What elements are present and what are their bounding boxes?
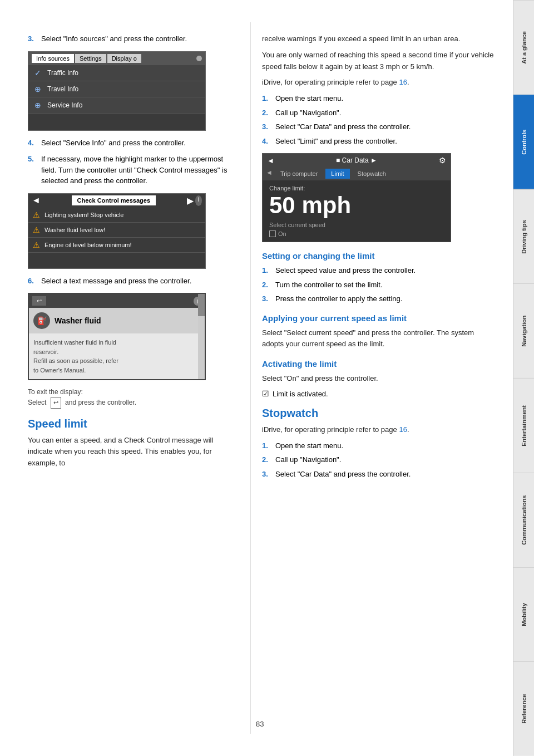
idrive-ref-1: iDrive, for operating principle refer to… bbox=[262, 77, 496, 89]
right-nav-btn[interactable]: ▶ bbox=[187, 195, 194, 206]
speed-limit-body: You can enter a speed, and a Check Contr… bbox=[28, 435, 234, 469]
oil-warning[interactable]: ⚠ Engine oil level below minimum! bbox=[28, 238, 205, 253]
limit-activated-text: Limit is activated. bbox=[273, 390, 328, 398]
stopwatch-step-2: 2. Call up "Navigation". bbox=[262, 454, 496, 465]
washer-header: ↩ i bbox=[29, 294, 205, 308]
lighting-warning[interactable]: ⚠ Lighting system! Stop vehicle bbox=[28, 208, 205, 223]
step-6-num: 6. bbox=[28, 276, 39, 287]
stopwatch-step-2-text: Call up "Navigation". bbox=[275, 454, 341, 465]
step-4-text: Select "Service Info" and press the cont… bbox=[41, 138, 234, 149]
activating-heading: Activating the limit bbox=[262, 359, 496, 369]
stopwatch-step-1-text: Open the start menu. bbox=[275, 440, 343, 451]
step-5-text: If necessary, move the highlight marker … bbox=[41, 154, 234, 186]
left-nav-btn[interactable]: ◄ bbox=[32, 195, 41, 205]
sidebar-tab-reference[interactable]: Reference bbox=[513, 661, 534, 756]
check-control-screenshot: ◄ Check Control messages ▶ i ⚠ Lighting … bbox=[28, 193, 206, 269]
left-arrow-tab[interactable]: ◄ bbox=[266, 169, 273, 179]
sidebar-tab-entertainment[interactable]: Entertainment bbox=[513, 378, 534, 473]
washer-line3: Refill as soon as possible, refer bbox=[33, 356, 200, 366]
right-step-3: 3. Select "Car Data" and press the contr… bbox=[262, 121, 496, 132]
washer-line4: to Owner's Manual. bbox=[33, 366, 200, 375]
setting-step-2: 2. Turn the controller to set the limit. bbox=[262, 279, 496, 291]
travel-info-item[interactable]: ⊕ Travel Info bbox=[28, 81, 205, 97]
info-sources-tab[interactable]: Info sources bbox=[32, 54, 74, 63]
traffic-info-item[interactable]: ✓ Traffic Info bbox=[28, 65, 205, 81]
dot-indicator bbox=[196, 56, 202, 61]
left-column: 3. Select "Info sources" and press the c… bbox=[0, 22, 250, 734]
info-btn-cc[interactable]: i bbox=[195, 195, 202, 206]
right-step-1: 1. Open the start menu. bbox=[262, 93, 496, 104]
sidebar-tab-mobility[interactable]: Mobility bbox=[513, 567, 534, 662]
service-info-label: Service Info bbox=[47, 101, 82, 109]
scroll-thumb bbox=[198, 294, 205, 316]
right-step-3-num: 3. bbox=[262, 121, 273, 132]
check-control-header: ◄ Check Control messages ▶ i bbox=[28, 194, 205, 208]
stopwatch-step-3: 3. Select "Car Data" and press the contr… bbox=[262, 469, 496, 480]
speed-limit-heading: Speed limit bbox=[28, 418, 234, 430]
exit-line2: Select ↩ and press the controller. bbox=[28, 397, 234, 409]
page-ref-link-2[interactable]: 16 bbox=[399, 425, 407, 434]
change-limit-label: Change limit: bbox=[269, 185, 444, 192]
car-data-left-nav[interactable]: ◄ bbox=[267, 156, 274, 165]
setting-step-2-text: Turn the controller to set the limit. bbox=[275, 279, 382, 291]
settings-tab[interactable]: Settings bbox=[75, 54, 106, 63]
stopwatch-step-3-num: 3. bbox=[262, 469, 273, 480]
travel-info-label: Travel Info bbox=[47, 85, 78, 93]
stopwatch-tab[interactable]: Stopwatch bbox=[352, 169, 392, 179]
stopwatch-heading: Stopwatch bbox=[262, 407, 496, 420]
setting-step-2-num: 2. bbox=[262, 279, 273, 291]
stopwatch-step-1-num: 1. bbox=[262, 440, 273, 451]
stopwatch-step-1: 1. Open the start menu. bbox=[262, 440, 496, 451]
select-current-label: Select current speed bbox=[269, 222, 444, 228]
back-button[interactable]: ↩ bbox=[32, 296, 46, 306]
step-5: 5. If necessary, move the highlight mark… bbox=[28, 154, 234, 186]
warning-icon-3: ⚠ bbox=[33, 240, 40, 249]
car-data-title: ■ Car Data ► bbox=[336, 156, 377, 164]
check-control-button[interactable]: Check Control messages bbox=[72, 195, 156, 205]
trip-computer-tab[interactable]: Trip computer bbox=[275, 169, 323, 179]
limit-tab[interactable]: Limit bbox=[325, 169, 349, 179]
car-data-tabs: ◄ Trip computer Limit Stopwatch bbox=[263, 167, 451, 180]
step-3: 3. Select "Info sources" and press the c… bbox=[28, 33, 234, 45]
travel-icon: ⊕ bbox=[33, 84, 43, 94]
step-5-num: 5. bbox=[28, 154, 39, 186]
washer-scrollbar[interactable] bbox=[198, 294, 205, 379]
idrive-ref-2: iDrive, for operating principle refer to… bbox=[262, 424, 496, 436]
right-step-2: 2. Call up "Navigation". bbox=[262, 107, 496, 119]
washer-title: Washer fluid bbox=[55, 316, 101, 325]
service-info-item[interactable]: ⊕ Service Info bbox=[28, 97, 205, 114]
info-sources-header: Info sources Settings Display o bbox=[28, 52, 205, 65]
service-icon: ⊕ bbox=[33, 100, 43, 110]
car-data-header: ◄ ■ Car Data ► ⚙ bbox=[263, 154, 451, 167]
intro-text-2: You are only warned of reaching this spe… bbox=[262, 50, 496, 73]
washer-line2: reservoir. bbox=[33, 347, 200, 357]
right-step-1-num: 1. bbox=[262, 93, 273, 104]
stopwatch-step-3-text: Select "Car Data" and press the controll… bbox=[275, 469, 411, 480]
car-data-screenshot: ◄ ■ Car Data ► ⚙ ◄ Trip computer Limit S… bbox=[262, 153, 451, 242]
warning-icon-2: ⚠ bbox=[33, 225, 40, 234]
check-mark-icon: ☑ bbox=[262, 389, 269, 398]
washer-fluid-screenshot: ↩ i ⛽ Washer fluid Insufficient washer f… bbox=[28, 293, 206, 380]
setting-step-1: 1. Select speed value and press the cont… bbox=[262, 265, 496, 276]
display-tab[interactable]: Display o bbox=[107, 54, 141, 63]
right-step-1-text: Open the start menu. bbox=[275, 93, 343, 104]
car-data-settings-icon[interactable]: ⚙ bbox=[439, 156, 446, 165]
right-step-2-num: 2. bbox=[262, 107, 273, 119]
washer-body: Insufficient washer fluid in fluid reser… bbox=[29, 333, 205, 379]
car-data-body: Change limit: 50 mph Select current spee… bbox=[263, 180, 451, 242]
right-step-4: 4. Select "Limit" and press the controll… bbox=[262, 136, 496, 147]
sidebar-tabs: At a glance Controls Driving tips Naviga… bbox=[513, 0, 534, 756]
on-checkbox-row[interactable]: On bbox=[269, 230, 444, 237]
sidebar-tab-communications[interactable]: Communications bbox=[513, 473, 534, 567]
step-4: 4. Select "Service Info" and press the c… bbox=[28, 138, 234, 149]
sidebar-tab-navigation[interactable]: Navigation bbox=[513, 283, 534, 378]
page-ref-link-1[interactable]: 16 bbox=[399, 78, 407, 86]
sidebar-tab-controls[interactable]: Controls bbox=[513, 95, 534, 189]
step-3-num: 3. bbox=[28, 33, 39, 45]
sidebar-tab-at-a-glance[interactable]: At a glance bbox=[513, 0, 534, 95]
washer-warning[interactable]: ⚠ Washer fluid level low! bbox=[28, 223, 205, 238]
right-step-3-text: Select "Car Data" and press the controll… bbox=[275, 121, 411, 132]
checkbox-square[interactable] bbox=[269, 230, 276, 237]
page-number: 83 bbox=[256, 714, 264, 734]
sidebar-tab-driving-tips[interactable]: Driving tips bbox=[513, 189, 534, 284]
